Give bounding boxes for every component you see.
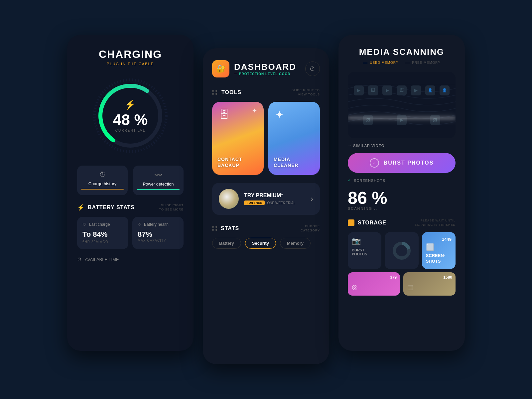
last-charge-header: 🛡 Last charge (82, 222, 123, 227)
premium-badges: FOR FREE ONE WEEK TRIAL (244, 200, 295, 205)
pink-storage-card: 379 ◎ (348, 272, 400, 296)
dash-logo: 🔐 (212, 60, 229, 77)
security-tab[interactable]: Security (245, 238, 276, 249)
screenshots-label: SCREENSHOTS (354, 179, 385, 183)
similar-video-text: → SIMILAR VIDEO (348, 144, 384, 148)
premium-orb (219, 189, 239, 209)
free-memory-legend: — FREE MEMORY (405, 60, 441, 65)
protection-status: GOOD (279, 72, 291, 76)
scanning-label: SCANNING... (348, 206, 456, 210)
screenshots-row: ✓ SCREENSHOTS (348, 178, 456, 183)
burst-circle-icon: ○ (370, 158, 379, 168)
stats-title: STATS (221, 225, 239, 231)
used-memory-text: USED MEMORY (370, 61, 398, 65)
burst-btn-label: BURST PHOTOS (384, 160, 434, 166)
screenshots-storage-card: 1449 ⬜ SCREEN-SHOTS (422, 232, 456, 269)
subtitle-prefix: — PROTECTION LEVEL (234, 72, 279, 76)
battery-stats-title-group: ⚡ BATTERY STATS (77, 204, 135, 211)
grid-dots-icon (212, 90, 217, 95)
dashboard-history-btn[interactable]: ⏱ (305, 62, 320, 76)
charge-percent: 48 % (113, 112, 148, 127)
subtitle-rest: THE CABLE (126, 62, 154, 66)
media-scan-area: ▶ 🖼 ▶ 🖼 ▶ 👤 👤 🖼 ▶ 🖼 (348, 72, 456, 138)
sparkle-icon-1: ✦ (252, 107, 257, 114)
battery-max-sub: MAX CAPACITY (138, 239, 178, 242)
media-cleaner-card[interactable]: ✦ MEDIACLEANER (268, 102, 320, 175)
memory-tab[interactable]: Memory (280, 238, 311, 249)
burst-photos-storage-card: 📷 BURSTPHOTOS (348, 232, 381, 269)
tools-header: TOOLS SLIDE RIGHT TOVIEW TOOLS (212, 88, 320, 96)
battery-health-card: ♡ Battery health 87% MAX CAPACITY (132, 217, 184, 249)
power-detection-label: Power detection (143, 182, 174, 187)
similar-video-label: → SIMILAR VIDEO (348, 144, 456, 148)
donut-chart (392, 241, 412, 261)
tools-hint: SLIDE RIGHT TOVIEW TOOLS (292, 88, 320, 96)
battery-health-label: Battery health (144, 222, 169, 227)
circle-inner: ○ (373, 161, 375, 165)
heart-icon: ♡ (138, 222, 141, 227)
battery-stats-title: BATTERY STATS (88, 204, 135, 210)
free-memory-dot: — (405, 60, 410, 65)
dashboard-logo-title: 🔐 DASHBOARD — PROTECTION LEVEL GOOD (212, 60, 296, 77)
storage-grid: 📷 BURSTPHOTOS 1449 ⬜ SCREEN-SHOTS (348, 232, 456, 269)
trial-text: ONE WEEK TRIAL (267, 201, 296, 205)
clock-icon: ⏱ (77, 257, 81, 262)
subtitle-highlight: IN (121, 62, 126, 66)
dashboard-screen: 🔐 DASHBOARD — PROTECTION LEVEL GOOD ⏱ (203, 48, 329, 364)
for-free-badge: FOR FREE (244, 200, 265, 205)
media-header: MEDIA SCANNING — USED MEMORY — FREE MEMO… (348, 47, 456, 65)
database-icon: 🗄 (219, 108, 229, 121)
history-underline (81, 189, 124, 190)
screenshots-count: 1449 (442, 237, 452, 242)
media-title: MEDIA SCANNING (348, 47, 456, 57)
charging-subtitle: PLUG IN THE CABLE (77, 62, 184, 66)
stats-tabs: Battery Security Memory (212, 238, 320, 249)
battery-health-header: ♡ Battery health (138, 222, 178, 227)
stats-hint: CHOOSECATEGORY (301, 224, 320, 232)
pink-card-icon: ◎ (352, 283, 396, 291)
bolt-icon: ⚡ (124, 99, 136, 110)
contact-backup-card[interactable]: 🗄 ✦ CONTACTBACKUP (212, 102, 264, 175)
charge-history-btn[interactable]: ⏱ Charge history (77, 166, 128, 195)
media-cleaner-label: MEDIACLEANER (274, 156, 299, 168)
stats-grid-dots (212, 226, 217, 231)
storage-title-group: STORAGE (348, 219, 386, 226)
storage-header: STORAGE PLEASE WAIT UNTILSCANNING IS FIN… (348, 218, 456, 227)
scan-line (348, 118, 456, 118)
sparkle-icon-2: ✦ (275, 108, 284, 121)
burst-photos-btn[interactable]: ○ BURST PHOTOS (348, 153, 456, 173)
dash-title-group: DASHBOARD — PROTECTION LEVEL GOOD (234, 62, 296, 76)
screenshots-card-label: SCREEN-SHOTS (426, 253, 446, 264)
storage-icon (348, 219, 354, 226)
screenshot-icon: ⬜ (426, 243, 434, 251)
battery-stats-header: ⚡ BATTERY STATS SLIDE RIGHTTO SEE MORE (77, 203, 184, 211)
charging-screen: CHARGING PLUG IN THE CABLE ⚡ (67, 35, 194, 351)
stats-header: STATS CHOOSECATEGORY (212, 224, 320, 232)
battery-stats-grid: 🛡 Last charge To 84% 6HR 29M AGO ♡ Batte… (77, 217, 184, 249)
donut-chart-card (385, 232, 418, 269)
available-time-row: ⏱ AVAILABLE TIME (77, 257, 184, 262)
storage-title: STORAGE (358, 220, 386, 226)
charging-title: CHARGING (77, 48, 184, 61)
check-icon: ✓ (348, 178, 351, 183)
battery-tab[interactable]: Battery (212, 238, 241, 249)
battery-stats-hint: SLIDE RIGHTTO SEE MORE (159, 203, 184, 211)
tools-title-group: TOOLS (212, 89, 241, 95)
charge-circle: ⚡ 48 % CURRENT LVL (90, 76, 170, 156)
tools-section: TOOLS SLIDE RIGHT TOVIEW TOOLS 🗄 ✦ CONTA… (212, 88, 320, 175)
power-underline (137, 189, 180, 190)
last-charge-card: 🛡 Last charge To 84% 6HR 29M AGO (77, 217, 128, 249)
power-detection-btn[interactable]: 〰️ Power detection (133, 166, 184, 195)
dashboard-title: DASHBOARD (234, 62, 296, 72)
scan-percent-value: 86 % (348, 189, 456, 206)
premium-text: TRY PREMIUM* FOR FREE ONE WEEK TRIAL (244, 193, 295, 205)
available-time-label: AVAILABLE TIME (85, 257, 119, 262)
lightning-icon: ⚡ (77, 204, 84, 211)
last-charge-sub: 6HR 29M AGO (82, 240, 123, 244)
tan-storage-card: 1580 ▦ (403, 272, 456, 296)
stats-title-group: STATS (212, 225, 239, 231)
pink-count: 379 (390, 275, 397, 280)
charge-level-label: CURRENT LVL (115, 129, 146, 132)
premium-banner[interactable]: TRY PREMIUM* FOR FREE ONE WEEK TRIAL › (212, 183, 320, 215)
storage-bottom-row: 379 ◎ 1580 ▦ (348, 272, 456, 296)
